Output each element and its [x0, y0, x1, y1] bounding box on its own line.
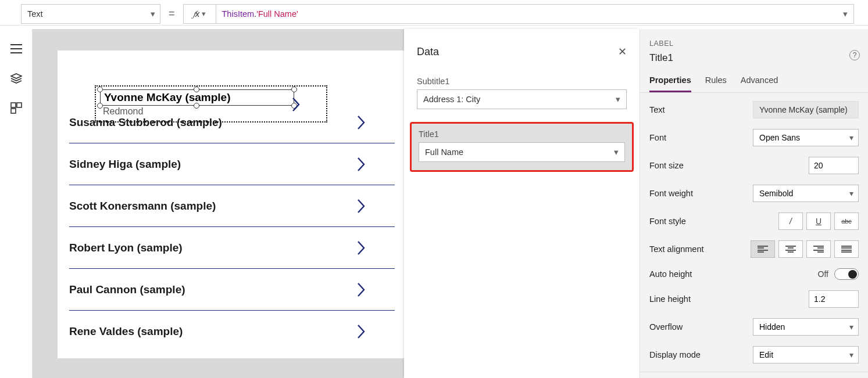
align-justify-button[interactable] — [834, 240, 859, 258]
prop-text-value[interactable]: Yvonne McKay (sample) — [753, 101, 859, 118]
tab-advanced[interactable]: Advanced — [741, 72, 778, 92]
resize-handle[interactable] — [97, 87, 103, 92]
formula-token-member: 'Full Name' — [256, 9, 298, 19]
subtitle1-label: Subtitle1 — [404, 64, 640, 89]
title1-label: Title1 — [419, 128, 625, 142]
prop-textalign-label: Text alignment — [649, 244, 704, 254]
gallery-item[interactable]: Susanna Stubberod (sample) — [69, 102, 395, 143]
layers-icon[interactable] — [10, 73, 22, 82]
prop-fontstyle-buttons: / U abc — [778, 213, 859, 230]
prop-overflow-select[interactable]: Hidden▾ — [753, 318, 859, 336]
title1-select[interactable]: Full Name ▾ — [419, 142, 625, 162]
gallery-item-title: Susanna Stubberod (sample) — [69, 116, 222, 129]
svg-rect-0 — [11, 103, 16, 107]
prop-font-select[interactable]: Open Sans▾ — [753, 129, 859, 146]
properties-tabs: Properties Rules Advanced — [640, 72, 868, 93]
chevron-down-icon: ▾ — [849, 350, 853, 359]
property-selector-value: Text — [27, 9, 43, 19]
chevron-right-icon[interactable] — [356, 157, 366, 172]
prop-text-value-text: Yvonne McKay (sample) — [759, 105, 848, 114]
prop-displaymode-label: Display mode — [649, 350, 701, 359]
gallery-item[interactable]: Rene Valdes (sample) — [69, 311, 395, 352]
prop-displaymode-value: Edit — [759, 350, 773, 359]
chevron-right-icon[interactable] — [356, 199, 366, 214]
components-icon[interactable] — [10, 102, 22, 111]
gallery-item-title: Paul Cannon (sample) — [69, 283, 185, 296]
gallery-item[interactable]: Sidney Higa (sample) — [69, 143, 395, 185]
resize-handle[interactable] — [291, 87, 297, 92]
align-center-button[interactable] — [778, 240, 803, 258]
control-name: Title1 — [640, 48, 868, 72]
gallery-item[interactable]: Scott Konersmann (sample) — [69, 185, 395, 227]
prop-lineheight-label: Line height — [649, 294, 691, 304]
chevron-down-icon: ▾ — [614, 147, 619, 157]
gallery-item[interactable]: Paul Cannon (sample) — [69, 269, 395, 311]
gallery-item-title: Scott Konersmann (sample) — [69, 200, 216, 213]
gallery-item-title: Robert Lyon (sample) — [69, 242, 183, 254]
chevron-right-icon[interactable] — [356, 115, 366, 130]
toggle-state-label: Off — [818, 269, 828, 279]
prop-font-label: Font — [649, 133, 666, 142]
svg-rect-2 — [11, 109, 16, 113]
underline-button[interactable]: U — [806, 213, 831, 230]
hamburger-icon[interactable] — [10, 44, 22, 53]
formula-input[interactable]: ThisItem.'Full Name' ▾ — [216, 4, 854, 24]
prop-textalign-buttons — [751, 240, 859, 258]
gallery-item-title: Sidney Higa (sample) — [69, 158, 181, 171]
fx-icon: 𝑓x — [193, 9, 200, 19]
resize-handle[interactable] — [194, 87, 199, 92]
chevron-down-icon: ▾ — [849, 133, 853, 142]
formula-token-thisitem: ThisItem — [222, 9, 255, 19]
tab-rules[interactable]: Rules — [705, 72, 727, 92]
formula-bar: Text ▾ = 𝑓x ▾ ThisItem.'Full Name' ▾ — [0, 2, 868, 26]
data-panel: Data ✕ Subtitle1 Address 1: City ▾ Title… — [404, 29, 640, 378]
control-kind-label: LABEL — [640, 29, 868, 48]
prop-font-value: Open Sans — [759, 133, 800, 142]
data-panel-title: Data — [417, 46, 439, 58]
prop-autoheight-label: Auto height — [649, 269, 692, 279]
prop-fontsize-input[interactable] — [809, 157, 859, 174]
prop-fontsize-label: Font size — [649, 161, 684, 170]
chevron-down-icon: ▾ — [616, 95, 620, 104]
tab-properties[interactable]: Properties — [649, 72, 691, 92]
prop-displaymode-select[interactable]: Edit▾ — [753, 346, 859, 363]
prop-lineheight-input[interactable] — [809, 290, 859, 308]
close-icon[interactable]: ✕ — [618, 45, 627, 58]
fx-button[interactable]: 𝑓x ▾ — [183, 4, 216, 24]
properties-panel: LABEL ? Title1 Properties Rules Advanced… — [640, 29, 868, 378]
property-selector[interactable]: Text ▾ — [21, 4, 160, 24]
toggle-switch-off[interactable] — [834, 268, 859, 280]
prop-autoheight-toggle[interactable]: Off — [818, 268, 859, 280]
svg-rect-1 — [17, 103, 22, 107]
subtitle1-select[interactable]: Address 1: City ▾ — [417, 89, 627, 109]
align-right-button[interactable] — [806, 240, 831, 258]
gallery-item[interactable]: Robert Lyon (sample) — [69, 227, 395, 269]
prop-fontweight-label: Font weight — [649, 189, 693, 198]
chevron-down-icon: ▾ — [151, 9, 155, 19]
prop-fontstyle-label: Font style — [649, 217, 686, 226]
italic-button[interactable]: / — [778, 213, 803, 230]
chevron-down-icon: ▾ — [849, 189, 853, 198]
prop-fontweight-select[interactable]: Semibold▾ — [753, 185, 859, 202]
left-rail — [0, 29, 33, 378]
app-preview-frame: Yvonne McKay (sample) Redmond Susanna St… — [58, 51, 406, 358]
chevron-down-icon: ▾ — [849, 322, 853, 332]
prop-text-label: Text — [649, 105, 665, 114]
help-icon[interactable]: ? — [849, 50, 860, 60]
align-left-button[interactable] — [751, 240, 775, 258]
chevron-right-icon[interactable] — [356, 324, 366, 339]
prop-overflow-label: Overflow — [649, 322, 683, 332]
prop-fontweight-value: Semibold — [759, 189, 793, 198]
title1-value: Full Name — [425, 147, 463, 157]
chevron-down-icon: ▾ — [843, 9, 848, 19]
canvas-area[interactable]: Yvonne McKay (sample) Redmond Susanna St… — [33, 29, 640, 378]
strikethrough-button[interactable]: abc — [834, 213, 859, 230]
chevron-right-icon[interactable] — [356, 240, 366, 255]
subtitle1-value: Address 1: City — [423, 95, 480, 104]
chevron-right-icon[interactable] — [356, 282, 366, 297]
gallery-item-title: Rene Valdes (sample) — [69, 325, 183, 338]
equals-sign: = — [169, 8, 175, 20]
prop-overflow-value: Hidden — [759, 322, 785, 332]
chevron-down-icon: ▾ — [202, 9, 206, 18]
title1-highlight-block: Title1 Full Name ▾ — [410, 122, 634, 172]
